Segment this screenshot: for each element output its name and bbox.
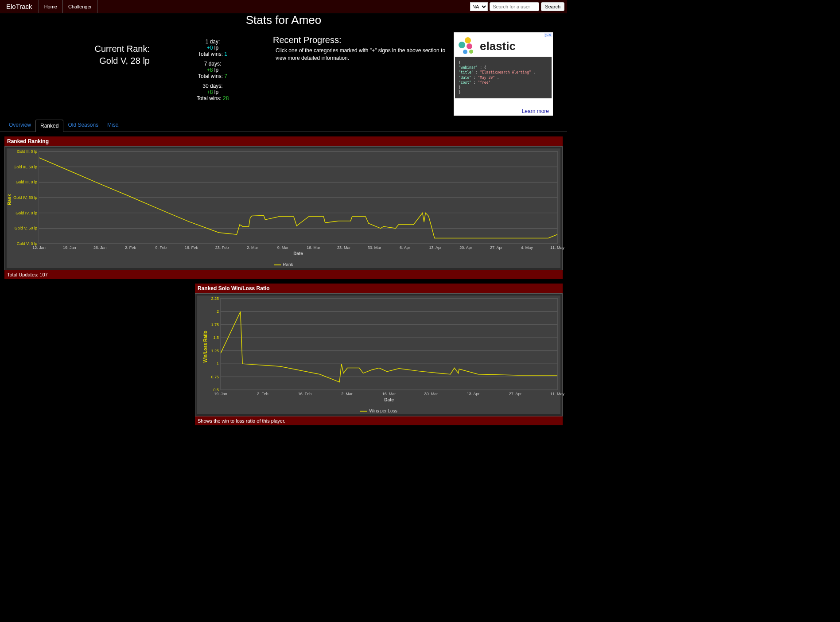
tabs: Overview Ranked Old Seasons Misc.: [0, 119, 567, 132]
tab-ranked[interactable]: Ranked: [35, 120, 63, 132]
chart2-ylabel: Win/Loss Ratio: [203, 330, 208, 362]
progress-30day: 30 days: +8 lp Total wins: 28: [160, 83, 265, 101]
panel-ranked-ranking-footer: Total Updates: 107: [4, 270, 563, 279]
progress-7day: 7 days: +8 lp Total wins: 7: [160, 61, 265, 79]
nav-home[interactable]: Home: [39, 0, 63, 13]
ad-banner[interactable]: ▷✕ elastic { "webinar" : { "title" : "El…: [454, 32, 553, 116]
search-input[interactable]: [490, 2, 539, 11]
panel-ranked-ranking-title: Ranked Ranking: [4, 136, 563, 146]
tab-misc[interactable]: Misc.: [103, 119, 124, 132]
recent-progress-title: Recent Progress:: [273, 35, 448, 45]
panel-winloss: Ranked Solo Win/Loss Ratio Win/Loss Rati…: [195, 284, 563, 425]
page-title: Stats for Ameo: [4, 13, 563, 27]
adchoices-icon[interactable]: ▷✕: [544, 33, 552, 37]
ad-title: elastic: [480, 39, 516, 53]
panel-winloss-title: Ranked Solo Win/Loss Ratio: [195, 284, 563, 293]
navbar: EloTrack Home Challenger NA Search: [0, 0, 567, 13]
current-rank-value: Gold V, 28 lp: [14, 56, 150, 66]
progress-1day: 1 day: +0 lp Total wins: 1: [160, 39, 265, 57]
chart2-xlabel: Date: [220, 397, 558, 402]
tab-overview[interactable]: Overview: [4, 119, 35, 132]
chart1-legend: Rank: [283, 262, 293, 267]
panel-ranked-ranking: Ranked Ranking Rank Gold V, 0 lpGold V, …: [4, 136, 563, 279]
panel-winloss-footer: Shows the win to loss ratio of this play…: [195, 416, 563, 425]
ad-cta[interactable]: Learn more: [454, 107, 552, 115]
ad-logo-icon: [459, 37, 476, 55]
tab-old-seasons[interactable]: Old Seasons: [63, 119, 103, 132]
current-rank-label: Current Rank:: [14, 44, 150, 54]
chart1-xlabel: Date: [39, 251, 558, 256]
chart1-ylabel: Rank: [7, 194, 12, 205]
chart2-legend: Wins per Loss: [369, 408, 397, 413]
search-button[interactable]: Search: [541, 2, 564, 11]
chart-ranked-ranking: Rank Gold V, 0 lpGold V, 50 lpGold IV, 0…: [7, 148, 560, 268]
ad-code: { "webinar" : { "title" : "Elasticsearch…: [455, 57, 552, 98]
chart-winloss: Win/Loss Ratio 0.50.7511.251.51.7522.251…: [197, 295, 560, 414]
brand[interactable]: EloTrack: [0, 0, 39, 13]
recent-progress-desc: Click one of the categories marked with …: [276, 47, 448, 62]
region-select[interactable]: NA: [470, 2, 488, 11]
nav-challenger[interactable]: Challenger: [63, 0, 97, 13]
